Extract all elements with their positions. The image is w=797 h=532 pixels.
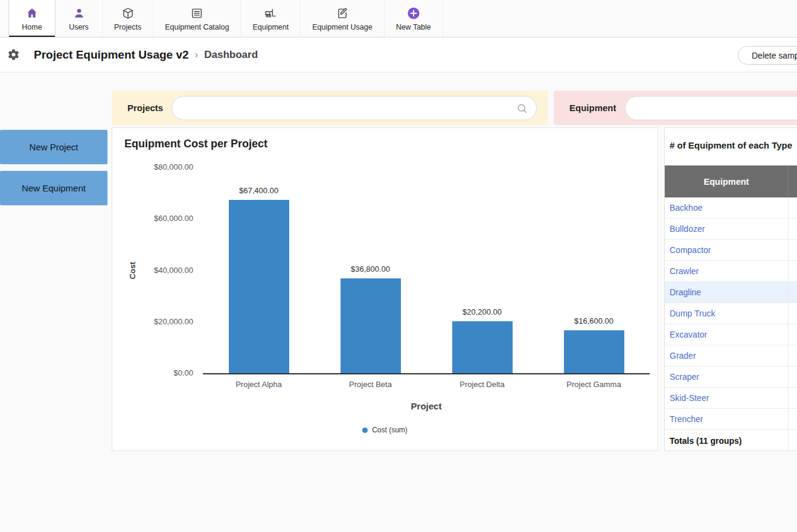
app-title: Project Equipment Usage v2 [34, 48, 189, 62]
table-tabs: Home Users Projects Equipment Catalog Eq… [8, 0, 443, 37]
bar-slot: $67,400.00 [203, 167, 315, 373]
row-skid-steer: Skid-Steer [665, 388, 797, 409]
top-navigation: Home Users Projects Equipment Catalog Eq… [0, 0, 797, 37]
new-equipment-button[interactable]: New Equipment [0, 171, 107, 205]
count-cell [789, 197, 797, 218]
count-cell [789, 219, 797, 239]
totals-label: Totals (11 groups) [665, 430, 789, 452]
app-window: Home Users Projects Equipment Catalog Eq… [0, 0, 797, 532]
chart-plot: $67,400.00$36,800.00$20,200.00$16,600.00 [203, 167, 650, 374]
equipment-link[interactable]: Crawler [665, 261, 789, 281]
row-trencher: Trencher [665, 409, 797, 430]
equipment-link[interactable]: Backhoe [665, 197, 789, 218]
count-cell [789, 282, 797, 303]
projects-filter-label: Projects [127, 103, 163, 113]
y-tick-label: $40,000.00 [154, 266, 193, 275]
row-dump-truck: Dump Truck [665, 303, 797, 324]
delete-sample-data-button[interactable]: Delete sample data [738, 46, 797, 65]
tab-icon [72, 6, 86, 21]
equipment-column-header: Equipment [665, 165, 789, 197]
tab-equipment-catalog[interactable]: Equipment Catalog [153, 0, 241, 37]
equipment-link[interactable]: Scraper [665, 367, 789, 387]
bar-value-label: $67,400.00 [203, 186, 315, 195]
totals-row: Totals (11 groups) [665, 430, 797, 452]
bar-project-beta[interactable] [341, 278, 401, 373]
tab-equipment[interactable]: Equipment [241, 0, 301, 37]
bar-project-delta[interactable] [452, 321, 513, 373]
x-tick-label: Project Alpha [203, 380, 315, 389]
count-column-header [789, 165, 797, 197]
equipment-table-title: # of Equipment of each Type [665, 128, 797, 150]
y-tick-label: $20,000.00 [154, 317, 193, 326]
y-tick-label: $60,000.00 [154, 214, 193, 223]
equipment-link[interactable]: Dragline [665, 282, 789, 303]
y-tick-label: $0.00 [173, 368, 193, 377]
equipment-search-input[interactable] [626, 97, 797, 120]
equipment-link[interactable]: Compactor [665, 240, 789, 260]
equipment-link[interactable]: Trencher [665, 409, 789, 429]
new-project-button[interactable]: New Project [0, 130, 107, 164]
row-excavator: Excavator [665, 324, 797, 345]
bar-value-label: $16,600.00 [538, 316, 650, 325]
x-axis-ticks: Project AlphaProject BetaProject DeltaPr… [203, 380, 650, 391]
bar-slot: $16,600.00 [538, 167, 650, 373]
tab-new-table[interactable]: New Table [385, 0, 443, 37]
x-tick-label: Project Delta [426, 380, 538, 389]
tab-projects[interactable]: Projects [103, 0, 153, 37]
tab-label: Home [22, 23, 42, 31]
equipment-table: Equipment Backhoe Bulldozer Compactor Cr… [665, 165, 797, 452]
row-bulldozer: Bulldozer [665, 219, 797, 240]
row-crawler: Crawler [665, 261, 797, 282]
row-grader: Grader [665, 345, 797, 367]
tab-label: Users [69, 23, 89, 31]
equipment-rows: Backhoe Bulldozer Compactor Crawler Drag… [665, 197, 797, 430]
breadcrumb-separator: › [195, 49, 199, 61]
count-cell [789, 345, 797, 366]
chart-title: Equipment Cost per Project [124, 138, 267, 150]
equipment-link[interactable]: Excavator [665, 324, 789, 345]
chart-panel: Equipment Cost per Project Cost $0.00$20… [112, 127, 658, 451]
equipment-link[interactable]: Bulldozer [665, 219, 789, 239]
projects-filter: Projects [112, 91, 548, 125]
bar-project-gamma[interactable] [564, 330, 624, 373]
equipment-filter-label: Equipment [569, 103, 616, 113]
tab-icon [190, 6, 203, 21]
bar-value-label: $36,800.00 [315, 264, 426, 274]
tab-icon [264, 6, 277, 21]
tab-equipment-usage[interactable]: Equipment Usage [301, 0, 384, 37]
count-cell [789, 261, 797, 281]
legend-dot-icon [362, 428, 368, 433]
row-scraper: Scraper [665, 367, 797, 388]
tab-icon [336, 6, 349, 21]
row-backhoe: Backhoe [665, 197, 797, 219]
page-title: Dashboard [204, 49, 258, 61]
y-tick-label: $80,000.00 [154, 162, 193, 171]
tab-icon [25, 6, 39, 21]
count-cell [789, 388, 797, 408]
equipment-link[interactable]: Grader [665, 345, 789, 366]
legend-label: Cost (sum) [372, 426, 408, 434]
projects-search-pill [171, 96, 537, 120]
count-cell [789, 240, 797, 260]
chart-legend[interactable]: Cost (sum) [112, 426, 658, 434]
tab-label: Equipment Catalog [165, 23, 229, 31]
tab-icon [121, 6, 135, 21]
tab-home[interactable]: Home [8, 0, 56, 37]
bar-slot: $20,200.00 [426, 167, 538, 373]
equipment-count-panel: # of Equipment of each Type Equipment Ba… [664, 127, 797, 451]
count-cell [789, 367, 797, 387]
bar-project-alpha[interactable] [229, 200, 289, 373]
tab-icon [406, 6, 421, 21]
equipment-link[interactable]: Dump Truck [665, 303, 789, 324]
tab-users[interactable]: Users [56, 0, 103, 37]
settings-gear-icon[interactable] [7, 48, 21, 62]
equipment-link[interactable]: Skid-Steer [665, 388, 789, 408]
projects-search-input[interactable] [172, 97, 536, 120]
y-axis-ticks: $0.00$20,000.00$40,000.00$60,000.00$80,0… [112, 167, 197, 374]
tab-label: New Table [396, 23, 431, 31]
bar-value-label: $20,200.00 [426, 307, 538, 316]
x-tick-label: Project Gamma [538, 380, 650, 389]
totals-count-cell [789, 430, 797, 452]
count-cell [789, 409, 797, 429]
row-compactor: Compactor [665, 240, 797, 261]
